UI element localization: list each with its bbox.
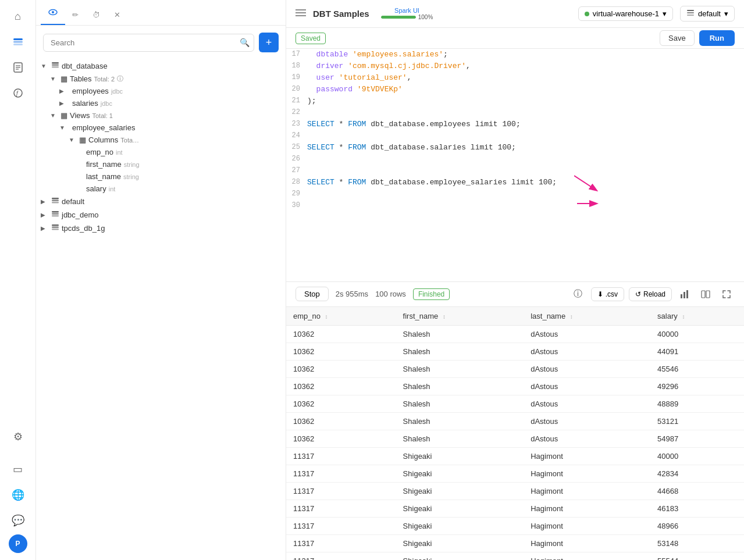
sidebar-terminal-icon[interactable]: ▭ (6, 458, 30, 481)
sidebar-user-icon[interactable]: P (9, 534, 27, 553)
tree-item-salary[interactable]: salary int (36, 183, 286, 195)
schema-label: default (698, 9, 721, 18)
table-cell: 10362 (286, 430, 396, 447)
tree-item-jdbc-demo[interactable]: ▶ jdbc_demo (36, 208, 286, 222)
tree-sub: Total: 1 (92, 112, 112, 119)
sidebar-functions-icon[interactable]: ƒ (6, 81, 30, 105)
table-body: 10362ShaleshdAstous4000010362ShaleshdAst… (286, 325, 744, 560)
line-number: 20 (286, 84, 307, 95)
tree-item-emp-no[interactable]: emp_no int (36, 146, 286, 158)
tree-item-last-name[interactable]: last_name string (36, 170, 286, 183)
line-number: 18 (286, 60, 307, 72)
svg-rect-2 (13, 44, 23, 45)
table-cell: dAstous (524, 412, 650, 430)
tree-item-dbt-database[interactable]: ▼ dbt_database (36, 59, 286, 73)
result-time: 2s 955ms (336, 290, 368, 298)
page-title: DBT Samples (313, 9, 369, 19)
table-cell: dAstous (524, 325, 650, 343)
col-last-name[interactable]: last_name ↕ (524, 307, 650, 326)
sidebar-file-icon[interactable] (6, 56, 30, 79)
tree-item-tpcds-db-1g[interactable]: ▶ tpcds_db_1g (36, 222, 286, 235)
split-view-button[interactable] (697, 286, 714, 302)
chart-button[interactable] (677, 286, 693, 302)
table-cell: 44668 (650, 482, 744, 500)
col-first-name[interactable]: first_name ↕ (396, 307, 524, 326)
editor-section: Saved Save Run 17 dbtable 'employees.sal… (286, 28, 744, 281)
svg-rect-21 (52, 227, 59, 229)
line-number: 17 (286, 49, 307, 60)
table-cell: 11317 (286, 482, 396, 500)
tree-type: string (124, 161, 140, 168)
save-button[interactable]: Save (660, 30, 695, 46)
table-cell: 11317 (286, 534, 396, 552)
table-cell: 10362 (286, 412, 396, 430)
col-salary[interactable]: salary ↕ (650, 307, 744, 326)
info-icon: ⓘ (117, 74, 123, 83)
database-icon (51, 223, 59, 233)
tree-item-first-name[interactable]: first_name string (36, 158, 286, 170)
tab-explorer[interactable] (41, 2, 65, 25)
run-button[interactable]: Run (699, 30, 735, 46)
table-cell: Shalesh (396, 360, 524, 377)
table-cell: 10362 (286, 343, 396, 360)
line-number: 26 (286, 154, 307, 165)
col-emp-no[interactable]: emp_no ↕ (286, 307, 396, 326)
file-tree: ▼ dbt_database ▼ ▦ Tables Total: 2 ⓘ ▶ (36, 57, 286, 560)
database-icon (51, 197, 59, 206)
table-cell: Shalesh (396, 343, 524, 360)
spark-ui-badge[interactable]: Spark UI 100% (381, 7, 433, 20)
svg-rect-27 (687, 12, 694, 13)
sidebar-chat-icon[interactable]: 💬 (6, 509, 30, 532)
csv-button[interactable]: ⬇ .csv (591, 287, 624, 301)
table-cell: 40000 (650, 325, 744, 343)
sidebar-home-icon[interactable]: ⌂ (6, 5, 30, 28)
table-cell: Shalesh (396, 395, 524, 412)
svg-rect-11 (52, 62, 59, 64)
new-file-button[interactable]: + (259, 33, 279, 52)
line-content (307, 130, 744, 142)
tree-item-employees[interactable]: ▶ employees jdbc (36, 85, 286, 97)
sidebar-globe-icon[interactable]: 🌐 (6, 483, 30, 507)
fullscreen-button[interactable] (718, 286, 735, 302)
collapse-sidebar-icon[interactable] (296, 9, 306, 19)
line-content: driver 'com.mysql.cj.jdbc.Driver', (307, 60, 744, 72)
info-button[interactable]: ⓘ (570, 286, 586, 302)
code-line: 25SELECT * FROM dbt_database.salaries li… (286, 142, 744, 154)
tree-item-tables[interactable]: ▼ ▦ Tables Total: 2 ⓘ (36, 73, 286, 85)
tree-item-employee-salaries[interactable]: ▼ employee_salaries (36, 122, 286, 134)
table-cell: 53121 (650, 412, 744, 430)
schema-select[interactable]: default ▾ (680, 6, 735, 22)
sidebar-settings-icon[interactable]: ⚙ (6, 425, 30, 448)
search-bar: 🔍 + (36, 26, 286, 57)
columns-icon: ▦ (79, 135, 86, 144)
tab-edit[interactable]: ✏ (65, 6, 86, 25)
table-row: 11317ShigeakiHagimont53148 (286, 534, 744, 552)
search-input[interactable] (43, 34, 254, 52)
code-line: 20 password '9tVDVEKp' (286, 84, 744, 95)
code-line: 29 (286, 188, 744, 200)
table-cell: dAstous (524, 343, 650, 360)
warehouse-select[interactable]: virtual-warehouse-1 ▾ (578, 6, 673, 21)
spark-progress-bar (381, 16, 416, 19)
tab-history[interactable]: ⏱ (86, 6, 107, 25)
table-cell: Shigeaki (396, 500, 524, 517)
editor-tabs: Saved Save Run (286, 28, 744, 49)
tree-item-views[interactable]: ▼ ▦ Views Total: 1 (36, 109, 286, 122)
table-row: 11317ShigeakiHagimont48966 (286, 517, 744, 534)
table-cell: 10362 (286, 395, 396, 412)
reload-button[interactable]: ↺ Reload (629, 287, 672, 301)
tree-item-columns[interactable]: ▼ ▦ Columns Tota… (36, 134, 286, 146)
spark-percent: 100% (418, 14, 433, 20)
line-content: dbtable 'employees.salaries'; (307, 49, 744, 60)
code-editor[interactable]: 17 dbtable 'employees.salaries';18 drive… (286, 49, 744, 212)
table-cell: Shigeaki (396, 482, 524, 500)
table-cell: Shigeaki (396, 465, 524, 482)
stop-button[interactable]: Stop (296, 287, 329, 301)
tree-item-salaries[interactable]: ▶ salaries jdbc (36, 97, 286, 109)
svg-rect-35 (706, 291, 710, 298)
tab-close[interactable]: ✕ (107, 6, 127, 25)
sidebar-database-icon[interactable] (6, 30, 30, 53)
tree-item-default[interactable]: ▶ default (36, 195, 286, 208)
tree-type: jdbc (101, 100, 112, 107)
tree-type: string (123, 173, 139, 180)
